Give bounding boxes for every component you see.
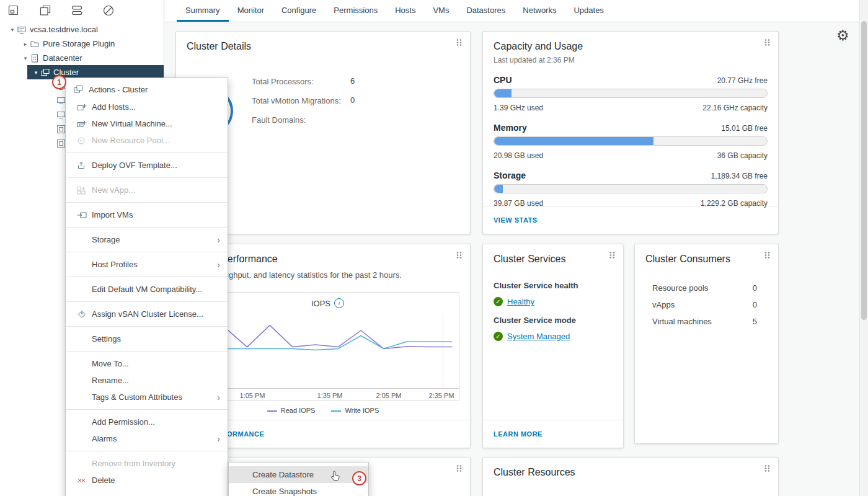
submenu-arrow-icon: ›	[217, 393, 220, 402]
menu-item-settings[interactable]: Settings	[66, 330, 228, 347]
menu-item-assign-vsan-cluster-license[interactable]: Assign vSAN Cluster License...	[66, 306, 228, 322]
cluster-icon	[74, 85, 84, 94]
annotation-step-3: 3	[352, 471, 366, 485]
consumer-row: Virtual machines5	[652, 317, 757, 326]
tab-monitor[interactable]: Monitor	[229, 0, 273, 22]
object-tabs: Summary Monitor Configure Permissions Ho…	[165, 0, 868, 22]
submenu-item-create-datastore[interactable]: Create Datastore	[229, 466, 368, 483]
annotation-step-1: 1	[52, 75, 66, 89]
detail-row: Total Processors: 6	[252, 76, 463, 88]
iops-chart: IOPS i 1:05 PM 1:35 PM 2:05 PM 2:35 PM	[196, 292, 459, 401]
tab-configure[interactable]: Configure	[273, 0, 325, 22]
menu-item-new-resource-pool[interactable]: New Resource Pool...	[66, 132, 228, 149]
tab-updates[interactable]: Updates	[565, 0, 612, 22]
legend-read-iops: Read IOPS	[267, 407, 316, 414]
menu-item-import-vms[interactable]: Import VMs	[66, 206, 228, 223]
vsphere-client-window: { "colors": { "accent": "#0079b8", "acti…	[0, 0, 868, 496]
drag-handle-icon[interactable]	[456, 250, 463, 262]
resource-pool-icon	[77, 136, 87, 145]
add-hosts-icon	[77, 103, 87, 112]
learn-more-link[interactable]: LEARN MORE	[494, 430, 542, 438]
tree-item-datacenter[interactable]: ▾ Datacenter	[0, 51, 164, 65]
detail-row: Total vMotion Migrations: 0	[252, 95, 463, 107]
menu-item-rename[interactable]: Rename...	[66, 372, 228, 389]
menu-item-delete[interactable]: Delete	[66, 472, 228, 489]
new-vapp-icon	[77, 186, 87, 195]
card-title: Capacity and Usage	[483, 32, 778, 52]
drag-handle-icon[interactable]	[456, 464, 463, 475]
new-vm-icon	[77, 120, 87, 128]
delete-icon	[77, 476, 87, 485]
system-managed-check-icon: ✓	[494, 332, 503, 341]
tree-item-pure-storage-plugin[interactable]: ▸ Pure Storage Plugin	[0, 37, 164, 51]
cluster-consumers-card: Cluster Consumers Resource pools0 vApps0…	[634, 244, 779, 444]
menu-item-storage[interactable]: Storage ›	[66, 231, 228, 248]
healthy-check-icon: ✓	[494, 297, 503, 306]
drag-handle-icon[interactable]	[609, 250, 616, 262]
chart-title: IOPS	[311, 299, 330, 308]
system-managed-link[interactable]: System Managed	[507, 332, 570, 341]
menu-item-move-to[interactable]: Move To...	[66, 355, 228, 372]
menu-item-new-vapp[interactable]: New vApp...	[66, 182, 228, 198]
tab-datastores[interactable]: Datastores	[458, 0, 514, 22]
card-title: Cluster Resources	[483, 458, 778, 478]
detail-row: Fault Domains:	[252, 115, 463, 126]
chevron-down-icon[interactable]: ▾	[20, 55, 30, 61]
storage-label: Storage	[494, 170, 526, 180]
drag-handle-icon[interactable]	[456, 38, 463, 49]
menu-item-host-profiles[interactable]: Host Profiles ›	[66, 256, 228, 273]
chevron-right-icon[interactable]: ▸	[20, 41, 30, 47]
cpu-free-text: 20.77 GHz free	[717, 76, 768, 85]
menu-item-remove-from-inventory[interactable]: Remove from Inventory	[66, 455, 228, 472]
menu-item-add-permission[interactable]: Add Permission...	[66, 414, 228, 430]
storage-icon[interactable]	[71, 4, 83, 19]
menu-item-tags-custom-attributes[interactable]: Tags & Custom Attributes ›	[66, 389, 228, 405]
storage-free-text: 1,189.34 GB free	[711, 172, 768, 180]
tab-summary[interactable]: Summary	[177, 0, 229, 22]
menu-item-alarms[interactable]: Alarms ›	[66, 430, 228, 447]
card-title: Cluster Consumers	[635, 244, 778, 265]
tab-vms[interactable]: VMs	[424, 0, 458, 22]
consumer-row: Resource pools0	[652, 283, 757, 293]
x-tick-label: 1:35 PM	[313, 392, 347, 399]
cpu-used-text: 1.39 GHz used	[494, 104, 543, 112]
deploy-ovf-icon	[77, 161, 87, 170]
healthy-link[interactable]: Healthy	[507, 297, 534, 306]
license-icon	[77, 310, 87, 319]
x-tick-label: 1:05 PM	[236, 392, 269, 399]
drag-handle-icon[interactable]	[764, 250, 771, 262]
submenu-item-create-snapshots[interactable]: Create Snapshots	[229, 483, 368, 496]
menu-item-add-hosts[interactable]: Add Hosts...	[66, 99, 228, 115]
page-settings-gear-icon[interactable]: ⚙	[836, 29, 849, 43]
menu-item-edit-default-vm-compatibility[interactable]: Edit Default VM Compatibility...	[66, 281, 228, 298]
drag-handle-icon[interactable]	[764, 38, 771, 49]
x-tick-label: 2:05 PM	[372, 392, 405, 399]
last-updated-text: Last updated at 2:36 PM	[494, 56, 768, 64]
view-stats-link[interactable]: VIEW STATS	[494, 216, 538, 224]
chevron-down-icon[interactable]: ▾	[31, 69, 41, 76]
scrollbar-thumb[interactable]	[861, 21, 867, 320]
cluster-icon	[41, 68, 53, 77]
storage-usage-fill	[494, 185, 503, 193]
networking-icon[interactable]	[102, 4, 115, 19]
storage-usage-bar	[494, 184, 768, 193]
vms-and-templates-icon[interactable]	[39, 4, 51, 19]
menu-item-deploy-ovf-template[interactable]: Deploy OVF Template...	[66, 157, 228, 174]
tree-item-vcenter[interactable]: ▾ vcsa.testdrive.local	[0, 22, 164, 37]
cluster-services-card: Cluster Services Cluster Service health …	[482, 244, 624, 448]
chevron-down-icon[interactable]: ▾	[7, 27, 17, 33]
info-icon[interactable]: i	[334, 298, 344, 308]
memory-label: Memory	[494, 123, 527, 133]
memory-used-text: 20.98 GB used	[494, 151, 543, 160]
tab-permissions[interactable]: Permissions	[325, 0, 386, 22]
memory-capacity-text: 36 GB capacity	[717, 151, 768, 160]
menu-item-new-virtual-machine[interactable]: New Virtual Machine...	[66, 115, 228, 132]
drag-handle-icon[interactable]	[764, 464, 771, 475]
card-title: Cluster Services	[483, 244, 623, 265]
hand-cursor-icon	[330, 471, 340, 484]
consumer-row: vApps0	[652, 300, 757, 309]
inventory-icon[interactable]	[7, 4, 20, 19]
tab-networks[interactable]: Networks	[514, 0, 565, 22]
tab-hosts[interactable]: Hosts	[386, 0, 424, 22]
datacenter-icon	[30, 54, 43, 63]
